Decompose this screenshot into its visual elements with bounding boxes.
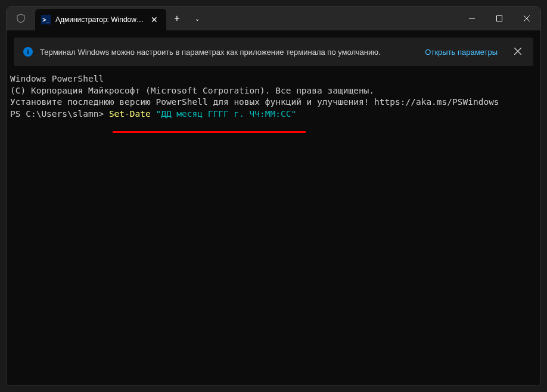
terminal-window: >_ Администратор: Windows Po ✕ + ⌄ i Тер… (6, 6, 541, 386)
new-tab-button[interactable]: + (166, 7, 188, 30)
maximize-button[interactable] (486, 7, 513, 30)
titlebar-drag-area[interactable] (207, 7, 458, 30)
command-line: PS C:\Users\slamn> Set-Date "ДД месяц ГГ… (10, 108, 537, 120)
titlebar: >_ Администратор: Windows Po ✕ + ⌄ (7, 7, 540, 30)
terminal-output[interactable]: Windows PowerShell (C) Корпорация Майкро… (7, 69, 540, 385)
svg-rect-1 (497, 16, 502, 21)
output-line: (C) Корпорация Майкрософт (Microsoft Cor… (10, 85, 537, 97)
minimize-button[interactable] (458, 7, 486, 30)
maximize-icon (496, 15, 502, 21)
close-icon (514, 48, 521, 55)
minimize-icon (469, 15, 475, 21)
command-name: Set-Date (109, 109, 156, 119)
shield-icon (16, 14, 26, 23)
notification-close-button[interactable] (512, 45, 524, 59)
window-controls (458, 7, 540, 30)
close-button[interactable] (513, 7, 540, 30)
notification-text: Терминал Windows можно настроить в парам… (40, 48, 418, 57)
tab-title: Администратор: Windows Po (55, 15, 144, 24)
close-icon (524, 15, 530, 21)
output-line: Windows PowerShell (10, 73, 537, 85)
output-line: Установите последнюю версию PowerShell д… (10, 97, 537, 108)
tab-close-button[interactable]: ✕ (148, 14, 160, 26)
shield-area (7, 7, 35, 30)
open-settings-link[interactable]: Открыть параметры (425, 48, 498, 57)
tab-active[interactable]: >_ Администратор: Windows Po ✕ (35, 9, 166, 30)
info-icon: i (23, 47, 33, 57)
prompt: PS C:\Users\slamn> (10, 109, 109, 119)
annotation-underline (113, 131, 306, 133)
powershell-icon: >_ (41, 15, 51, 24)
tab-dropdown-button[interactable]: ⌄ (188, 7, 207, 30)
command-argument: "ДД месяц ГГГГ г. ЧЧ:ММ:СС" (156, 109, 296, 119)
notification-bar: i Терминал Windows можно настроить в пар… (14, 38, 533, 66)
